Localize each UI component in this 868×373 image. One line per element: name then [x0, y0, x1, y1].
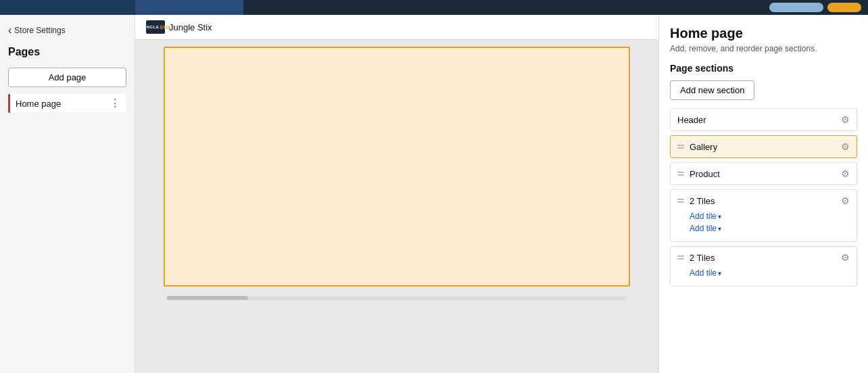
tiles-section-1: 2 Tiles ⚙ Add tile Add tile	[670, 189, 857, 242]
tiles-2-label: 2 Tiles	[690, 253, 715, 263]
section-label-header: Header	[677, 115, 706, 125]
store-name: Jungle Stix	[169, 22, 212, 32]
top-bar-pill-2	[827, 3, 861, 12]
store-header: JUNGLE STiX Jungle Stix	[135, 15, 658, 40]
section-row-header-left: Header	[677, 115, 706, 125]
drag-handle-product[interactable]	[677, 172, 684, 176]
tiles-header-1: 2 Tiles ⚙	[671, 190, 857, 212]
right-panel-subtitle: Add, remove, and reorder page sections.	[670, 44, 857, 53]
section-row-product-left: Product	[677, 169, 720, 179]
sidebar: Store Settings Pages Add page Home page …	[0, 15, 135, 373]
back-to-store-settings-link[interactable]: Store Settings	[8, 24, 126, 36]
section-row-gallery-left: Gallery	[677, 142, 717, 152]
gear-icon-tiles-1[interactable]: ⚙	[841, 195, 850, 206]
add-page-button[interactable]: Add page	[8, 68, 126, 87]
add-new-section-button[interactable]: Add new section	[670, 80, 754, 100]
logo-text: JUNGLE	[141, 25, 159, 29]
tiles-header-2: 2 Tiles ⚙	[671, 247, 857, 268]
page-item-menu-dots[interactable]: ⋮	[110, 98, 121, 109]
top-bar-right	[769, 3, 868, 12]
top-bar	[0, 0, 868, 15]
add-tile-link-1b[interactable]: Add tile	[690, 224, 850, 233]
right-panel-title: Home page	[670, 26, 857, 41]
top-bar-pill-1	[769, 3, 823, 12]
section-label-gallery: Gallery	[690, 142, 717, 152]
gear-icon-product[interactable]: ⚙	[841, 168, 850, 179]
page-item-label: Home page	[16, 99, 61, 109]
top-bar-segment1	[0, 0, 135, 15]
store-logo-area: JUNGLE STiX Jungle Stix	[146, 20, 212, 34]
canvas-scrollbar-thumb	[167, 296, 248, 300]
canvas-content	[135, 40, 658, 307]
gallery-preview-box[interactable]	[164, 47, 630, 287]
drag-handle-tiles-1[interactable]	[677, 199, 684, 203]
store-logo-icon: JUNGLE STiX	[146, 20, 165, 34]
tiles-1-label: 2 Tiles	[690, 196, 715, 206]
section-row-product: Product ⚙	[670, 162, 857, 185]
section-row-gallery: Gallery ⚙	[670, 135, 857, 158]
main-layout: Store Settings Pages Add page Home page …	[0, 15, 868, 373]
tiles-1-body: Add tile Add tile	[671, 212, 857, 241]
top-bar-segment2	[135, 0, 243, 15]
canvas-area: JUNGLE STiX Jungle Stix	[135, 15, 658, 373]
gear-icon-tiles-2[interactable]: ⚙	[841, 252, 850, 263]
add-tile-link-2a[interactable]: Add tile	[690, 268, 850, 278]
gear-icon-gallery[interactable]: ⚙	[841, 141, 850, 152]
section-label-product: Product	[690, 169, 720, 179]
tiles-header-1-left: 2 Tiles	[677, 196, 715, 206]
right-panel: Home page Add, remove, and reorder page …	[658, 15, 868, 373]
add-tile-link-1a[interactable]: Add tile	[690, 212, 850, 221]
page-sections-title: Page sections	[670, 63, 857, 74]
section-row-header: Header ⚙	[670, 108, 857, 131]
pages-title: Pages	[8, 46, 126, 58]
tiles-section-2: 2 Tiles ⚙ Add tile	[670, 246, 857, 287]
drag-handle-tiles-2[interactable]	[677, 255, 684, 259]
tiles-header-2-left: 2 Tiles	[677, 253, 715, 263]
canvas-scrollbar[interactable]	[167, 296, 627, 300]
drag-handle-gallery[interactable]	[677, 145, 684, 149]
gear-icon-header[interactable]: ⚙	[841, 114, 850, 125]
page-item-home[interactable]: Home page ⋮	[8, 94, 126, 113]
tiles-2-body: Add tile	[671, 268, 857, 286]
